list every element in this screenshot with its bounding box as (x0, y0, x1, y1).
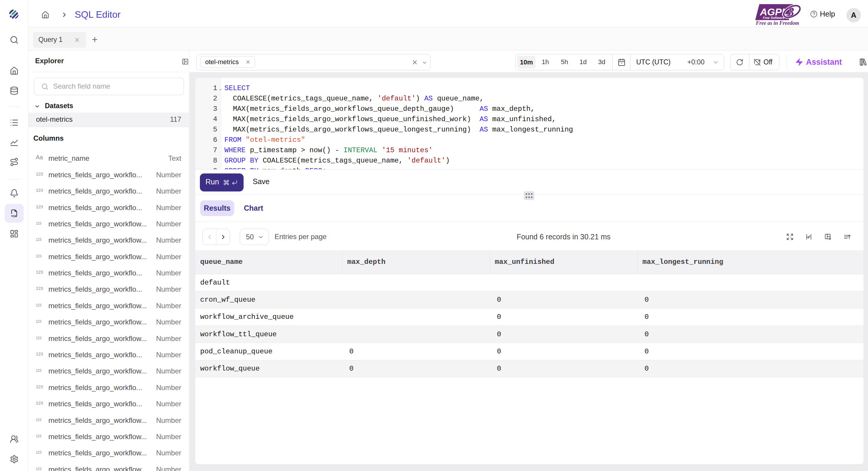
svg-text:Free Software: Free Software (763, 16, 784, 20)
svg-text:3: 3 (787, 5, 794, 19)
svg-text:Free as in Freedom: Free as in Freedom (755, 20, 799, 26)
svg-text:SQL: SQL (11, 214, 17, 217)
